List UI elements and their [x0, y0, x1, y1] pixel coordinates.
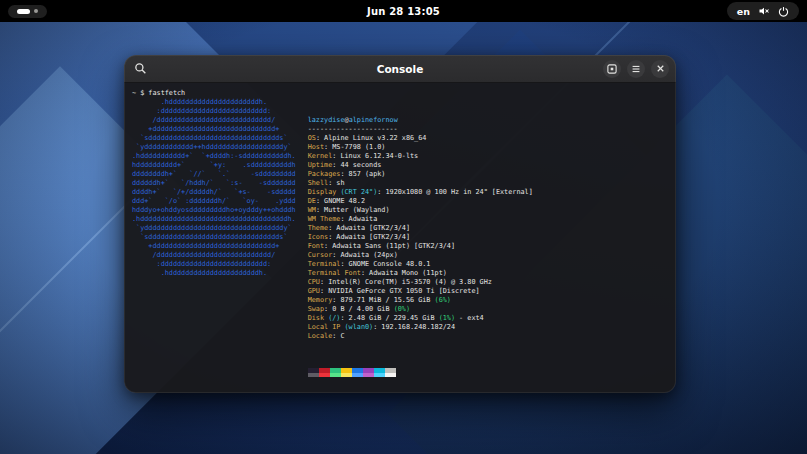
- top-bar: Jun 28 13:05 en: [0, 0, 807, 22]
- console-window: Console: [124, 55, 676, 393]
- ascii-logo: .hddddddddddddddddddddddh. :dddddddddddd…: [132, 98, 296, 393]
- window-header-bar[interactable]: Console: [124, 55, 676, 83]
- tab-overview-button[interactable]: [603, 60, 621, 78]
- workspace-pill-active: [17, 9, 30, 14]
- speaker-muted-icon: [758, 5, 770, 17]
- color-palette: [308, 368, 533, 377]
- window-title: Console: [377, 63, 424, 75]
- close-button[interactable]: [651, 60, 669, 78]
- power-icon: [778, 6, 789, 17]
- fastfetch-output: .hddddddddddddddddddddddh. :dddddddddddd…: [132, 98, 668, 393]
- menu-button[interactable]: [627, 60, 645, 78]
- search-button[interactable]: [131, 60, 149, 78]
- system-status-area[interactable]: en: [727, 2, 799, 20]
- keyboard-layout-indicator: en: [737, 6, 750, 17]
- system-info: lazzydise@alpinefornow------------------…: [308, 116, 533, 350]
- shell-prompt-command: ~ $ fastfetch: [132, 89, 668, 98]
- terminal-output-area[interactable]: ~ $ fastfetch .hddddddddddddddddddddddh.…: [124, 83, 676, 393]
- fastfetch-info-column: lazzydise@alpinefornow------------------…: [308, 98, 533, 393]
- workspace-dot: [34, 9, 38, 13]
- clock[interactable]: Jun 28 13:05: [357, 3, 450, 20]
- workspace-indicator[interactable]: [8, 5, 47, 18]
